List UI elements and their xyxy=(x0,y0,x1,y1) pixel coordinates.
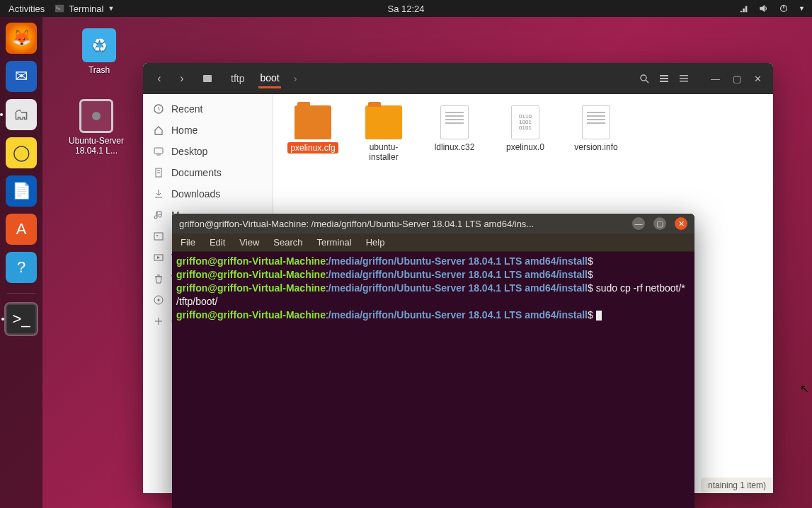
sidebar-item-recent[interactable]: Recent xyxy=(143,98,273,120)
folder-icon xyxy=(365,105,402,139)
maximize-button[interactable]: ▢ xyxy=(733,74,741,84)
dock-firefox[interactable]: 🦊 xyxy=(6,23,37,54)
volume-icon[interactable] xyxy=(759,4,769,13)
pictures-icon xyxy=(153,231,164,242)
binary-file-icon: 011010010101 xyxy=(511,105,539,139)
breadcrumb-item[interactable]: tftp xyxy=(229,70,246,87)
svg-rect-11 xyxy=(680,81,688,82)
sidebar-item-desktop[interactable]: Desktop xyxy=(143,141,273,162)
svg-rect-0 xyxy=(55,5,64,13)
file-item[interactable]: 011010010101pxelinux.0 xyxy=(500,105,551,162)
maximize-button[interactable]: ▢ xyxy=(653,217,666,230)
home-icon xyxy=(153,125,164,136)
desktop-icon xyxy=(153,146,164,157)
nav-back-button[interactable]: ‹ xyxy=(149,68,170,89)
sidebar-item-home[interactable]: Home xyxy=(143,120,273,141)
status-bar: ntaining 1 item) xyxy=(701,478,773,493)
terminal-body[interactable]: griffon@griffon-Virtual-Machine:/media/g… xyxy=(172,252,694,324)
caret-down-icon: ▼ xyxy=(108,5,114,12)
svg-rect-3 xyxy=(203,75,212,82)
plus-icon xyxy=(153,316,164,327)
trash-icon: ♻ xyxy=(82,28,116,62)
menu-file[interactable]: File xyxy=(181,237,195,248)
terminal-titlebar[interactable]: griffon@griffon-Virtual-Machine: /media/… xyxy=(172,214,694,233)
search-icon[interactable] xyxy=(639,73,650,84)
top-panel: Activities Terminal ▼ Sa 12:24 ▼ xyxy=(0,0,812,17)
close-button[interactable]: ✕ xyxy=(675,217,687,230)
docs-icon xyxy=(153,167,164,178)
menu-view[interactable]: View xyxy=(239,237,259,248)
dock-help[interactable]: ? xyxy=(6,252,37,283)
sidebar-item-documents[interactable]: Documents xyxy=(143,162,273,183)
terminal-window: griffon@griffon-Virtual-Machine: /media/… xyxy=(172,214,694,508)
disc-icon xyxy=(153,294,164,306)
svg-rect-9 xyxy=(680,75,688,76)
videos-icon xyxy=(153,252,164,263)
svg-rect-8 xyxy=(660,81,668,82)
svg-line-5 xyxy=(646,80,648,83)
menu-edit[interactable]: Edit xyxy=(210,237,225,248)
power-icon[interactable] xyxy=(779,4,789,13)
minimize-button[interactable]: — xyxy=(711,74,720,84)
desktop-trash[interactable]: ♻ Trash xyxy=(71,28,127,75)
download-icon xyxy=(153,188,164,200)
disk-icon[interactable] xyxy=(197,68,218,89)
launcher-dock: 🦊 ✉ 🗂 ◯ 📄 A ? >_ xyxy=(0,17,42,508)
list-view-icon[interactable] xyxy=(658,73,670,84)
svg-rect-7 xyxy=(660,78,668,79)
svg-rect-6 xyxy=(660,75,668,76)
menu-search[interactable]: Search xyxy=(273,237,302,248)
activities-button[interactable]: Activities xyxy=(8,4,45,14)
dock-rhythmbox[interactable]: ◯ xyxy=(6,137,37,168)
clock[interactable]: Sa 12:24 xyxy=(387,4,424,14)
dock-thunderbird[interactable]: ✉ xyxy=(6,61,37,92)
breadcrumb-more[interactable]: › xyxy=(294,73,297,84)
dock-terminal[interactable]: >_ xyxy=(6,304,37,335)
text-file-icon xyxy=(582,105,610,139)
svg-rect-10 xyxy=(680,78,688,79)
breadcrumb: tftp boot › xyxy=(229,69,297,88)
breadcrumb-item-active[interactable]: boot xyxy=(258,69,280,88)
folder-icon xyxy=(295,105,331,139)
minimize-button[interactable]: — xyxy=(632,217,645,230)
file-item[interactable]: version.info xyxy=(571,105,622,162)
close-button[interactable]: ✕ xyxy=(754,74,762,84)
svg-point-22 xyxy=(158,299,160,301)
caret-down-icon: ▼ xyxy=(799,5,805,12)
svg-rect-13 xyxy=(154,148,163,154)
network-icon[interactable] xyxy=(739,4,749,13)
dock-software[interactable]: A xyxy=(6,214,37,245)
terminal-line: griffon@griffon-Virtual-Machine:/media/g… xyxy=(176,282,690,308)
trash-icon xyxy=(153,273,164,284)
text-file-icon xyxy=(440,105,469,139)
file-item[interactable]: pxelinux.cfg xyxy=(287,105,338,162)
terminal-line: griffon@griffon-Virtual-Machine:/media/g… xyxy=(176,308,690,322)
sidebar-item-downloads[interactable]: Downloads xyxy=(143,183,273,204)
menu-help[interactable]: Help xyxy=(366,237,385,248)
terminal-title: griffon@griffon-Virtual-Machine: /media/… xyxy=(179,219,632,229)
nav-forward-button[interactable]: › xyxy=(171,68,193,89)
cd-icon xyxy=(79,99,113,133)
files-headerbar: ‹ › tftp boot › — ▢ ✕ xyxy=(143,63,773,94)
menu-terminal[interactable]: Terminal xyxy=(317,237,352,248)
terminal-line: griffon@griffon-Virtual-Machine:/media/g… xyxy=(176,255,690,268)
desktop-disc[interactable]: Ubuntu-Server 18.04.1 L... xyxy=(68,99,125,156)
svg-point-4 xyxy=(641,75,646,81)
app-menu[interactable]: Terminal ▼ xyxy=(55,4,114,14)
file-item[interactable]: ubuntu-installer xyxy=(358,105,409,162)
hamburger-icon[interactable] xyxy=(678,73,690,84)
svg-point-19 xyxy=(156,235,158,236)
clock-icon xyxy=(153,103,164,115)
terminal-line: griffon@griffon-Virtual-Machine:/media/g… xyxy=(176,268,690,282)
mouse-cursor: ↖ xyxy=(800,382,809,396)
terminal-menubar: FileEditViewSearchTerminalHelp xyxy=(172,233,694,252)
dock-writer[interactable]: 📄 xyxy=(6,175,37,207)
music-icon xyxy=(153,209,164,221)
file-item[interactable]: ldlinux.c32 xyxy=(429,105,480,162)
svg-rect-18 xyxy=(154,233,163,240)
terminal-icon xyxy=(55,4,64,13)
dock-files[interactable]: 🗂 xyxy=(6,99,37,130)
